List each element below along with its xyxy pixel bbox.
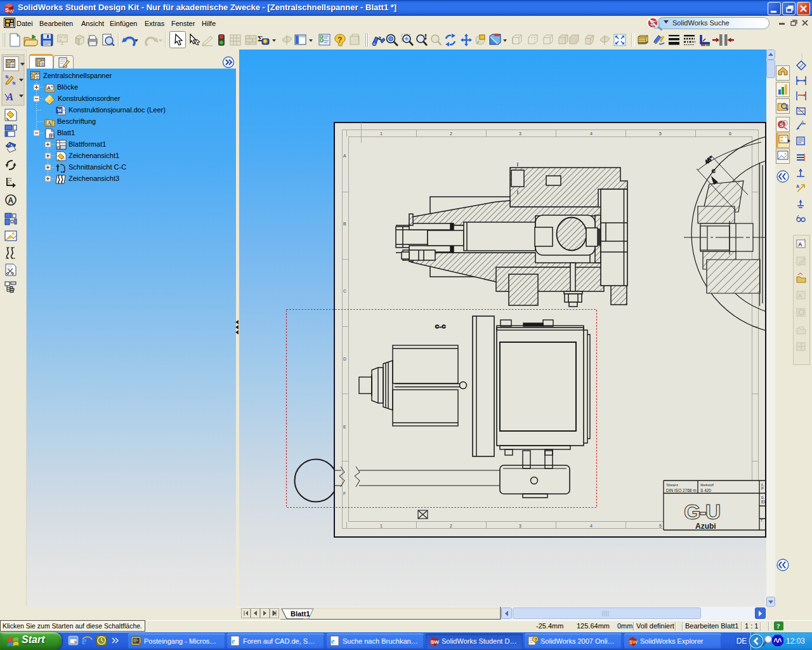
svg-text:A: A — [796, 184, 799, 189]
svg-text:2: 2 — [450, 524, 452, 528]
svg-text:F: F — [343, 491, 346, 496]
svg-text:B: B — [343, 222, 346, 226]
svg-text:D: D — [343, 357, 346, 361]
svg-text:4: 4 — [590, 524, 593, 528]
svg-text:C: C — [712, 168, 716, 174]
svg-text:6: 6 — [729, 131, 731, 136]
svg-text:A: A — [798, 293, 802, 299]
svg-text:1: 1 — [380, 524, 383, 528]
svg-text:G-U: G-U — [684, 500, 720, 524]
svg-text:Werkstoff: Werkstoff — [700, 483, 714, 487]
svg-text:e: e — [232, 637, 235, 646]
svg-text:C: C — [343, 289, 346, 293]
svg-text:4: 4 — [590, 131, 593, 136]
svg-text:?: ? — [776, 622, 780, 630]
svg-text:Blatt1: Blatt1 — [291, 610, 310, 618]
svg-text:SW: SW — [629, 639, 638, 645]
svg-text:?: ? — [337, 36, 342, 44]
svg-text:El: El — [761, 500, 766, 504]
svg-text:A: A — [801, 120, 804, 124]
svg-text:A: A — [8, 196, 14, 205]
svg-text:A: A — [798, 241, 802, 248]
svg-text:3: 3 — [519, 131, 521, 136]
svg-text:5: 5 — [659, 524, 662, 528]
svg-text:3: 3 — [519, 524, 521, 528]
svg-text:?: ? — [535, 637, 537, 642]
svg-text:A: A — [343, 154, 346, 158]
svg-text:2: 2 — [450, 131, 452, 136]
svg-text:C-C: C-C — [435, 324, 446, 329]
svg-text:5: 5 — [659, 131, 662, 136]
svg-text:1: 1 — [380, 131, 383, 136]
svg-text:A: A — [48, 120, 52, 126]
svg-text:E: E — [343, 425, 346, 429]
svg-text:T.: T. — [761, 519, 763, 522]
svg-text:W: W — [9, 8, 14, 14]
svg-text:S 420: S 420 — [700, 488, 711, 493]
svg-text:A°: A° — [47, 85, 53, 91]
svg-text:Toleranz: Toleranz — [666, 483, 678, 487]
svg-text:SW: SW — [431, 639, 439, 645]
svg-text:e: e — [331, 637, 335, 646]
svg-text:W: W — [57, 108, 62, 114]
svg-text:DIN ISO 2768 m: DIN ISO 2768 m — [666, 488, 697, 493]
svg-text:F: F — [761, 486, 764, 491]
